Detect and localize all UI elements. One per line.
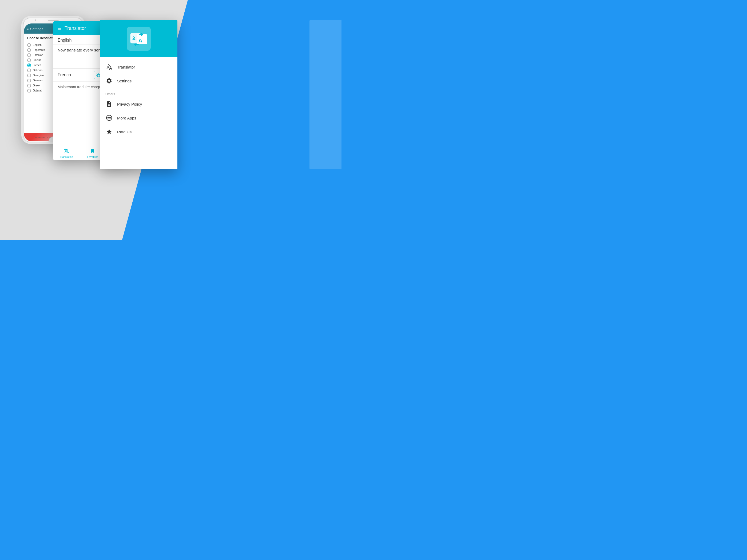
menu-privacy-label: Privacy Policy: [117, 102, 142, 106]
menu-others-label: Others: [100, 90, 177, 97]
menu-item-translator[interactable]: Translator: [100, 60, 177, 74]
language-label: German: [33, 79, 43, 82]
menu-item-privacy[interactable]: Privacy Policy: [100, 97, 177, 111]
favorites-tab-label: Favorites: [87, 156, 98, 158]
menu-body: Translator Settings Others Privacy Polic…: [100, 57, 177, 169]
radio-circle: [27, 74, 31, 77]
radio-circle: [27, 43, 31, 47]
language-label: Finnish: [33, 59, 41, 61]
radio-circle: [27, 89, 31, 92]
settings-menu-icon: ≡: [27, 27, 29, 31]
radio-circle: [27, 53, 31, 57]
svg-point-7: [109, 117, 110, 118]
language-label: Georgian: [33, 74, 44, 77]
svg-point-6: [108, 117, 109, 118]
menu-translator-label: Translator: [117, 65, 135, 69]
radio-circle: [27, 84, 31, 87]
rate-us-icon: [105, 128, 113, 135]
menu-item-settings[interactable]: Settings: [100, 74, 177, 88]
privacy-policy-icon: [105, 100, 113, 108]
more-apps-icon: [105, 114, 113, 122]
bg-right-panel: [309, 20, 341, 169]
radio-circle: [27, 63, 31, 67]
radio-circle: [27, 69, 31, 72]
translation-tab-label: Translation: [60, 156, 73, 158]
language-label: French: [33, 64, 41, 67]
settings-title: Settings: [30, 27, 43, 31]
favorites-tab-icon: [90, 148, 95, 155]
translation-tab-icon: [64, 148, 69, 155]
radio-circle: [27, 58, 31, 62]
menu-item-more-apps[interactable]: More Apps: [100, 111, 177, 125]
language-label: Estonian: [33, 54, 43, 56]
nav-tab-translation[interactable]: Translation: [53, 146, 79, 160]
hamburger-icon[interactable]: ☰: [58, 26, 61, 31]
menu-more-apps-label: More Apps: [117, 116, 136, 120]
language-label: Galician: [33, 69, 43, 72]
radio-circle: [27, 48, 31, 52]
language-label: Gujarati: [33, 89, 42, 92]
menu-header: A 文: [100, 20, 177, 57]
settings-menu-icon: [105, 77, 113, 84]
svg-text:文: 文: [131, 35, 136, 41]
menu-rate-us-label: Rate Us: [117, 130, 131, 134]
svg-text:A: A: [138, 37, 143, 44]
translator-menu-icon: [105, 63, 113, 71]
iphone-camera: [35, 20, 36, 21]
dest-language-label: French: [58, 73, 91, 77]
menu-drawer: A 文 Translator: [100, 20, 177, 169]
language-label: English: [33, 44, 42, 46]
language-label: Greek: [33, 84, 40, 87]
radio-circle: [27, 79, 31, 82]
svg-rect-0: [97, 74, 100, 77]
language-label: Esperanto: [33, 49, 45, 51]
menu-settings-label: Settings: [117, 79, 131, 83]
translator-title: Translator: [65, 26, 86, 31]
app-logo: A 文: [127, 27, 151, 51]
svg-point-8: [110, 117, 111, 118]
menu-item-rate-us[interactable]: Rate Us: [100, 125, 177, 139]
menu-divider: [100, 89, 177, 89]
